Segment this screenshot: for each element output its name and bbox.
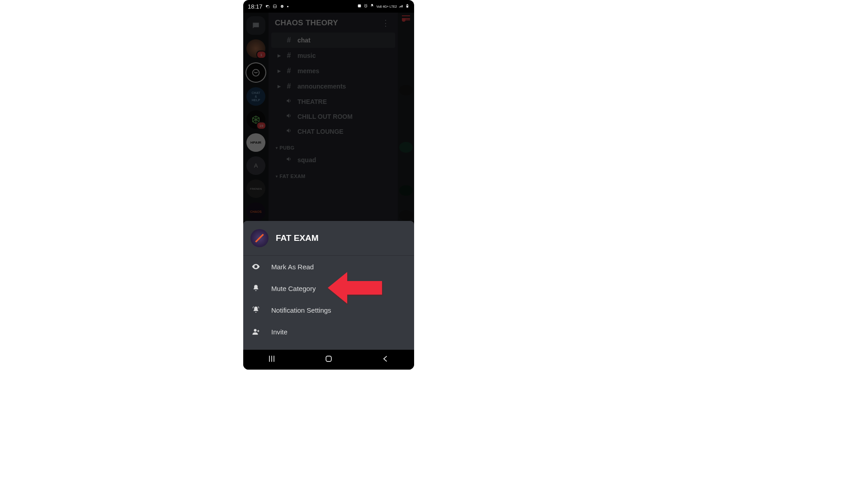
channel-label: chat bbox=[297, 37, 311, 44]
server-avatar-8[interactable]: CHAOS bbox=[246, 202, 265, 221]
server-rail: 1 CHAT&HELP 19 HPAIR A FRIENDS CHAOS bbox=[243, 13, 269, 221]
server-avatar-6[interactable]: A bbox=[246, 156, 265, 175]
channel-label: THEATRE bbox=[297, 98, 327, 105]
category-action-sheet: FAT EXAM Mark As Read Mute Category Noti… bbox=[243, 221, 414, 350]
signal-icon bbox=[399, 4, 403, 9]
svg-rect-9 bbox=[407, 6, 408, 7]
server-label: A bbox=[254, 162, 258, 169]
server-label: CHAOS bbox=[250, 210, 261, 213]
chevron-down-icon: ▾ bbox=[276, 174, 278, 178]
invite-item[interactable]: Invite bbox=[243, 321, 414, 343]
eye-icon bbox=[251, 262, 260, 271]
speaker-icon bbox=[286, 98, 292, 105]
chevron-down-icon: ▾ bbox=[276, 146, 278, 150]
channel-music[interactable]: ▶ # music bbox=[271, 48, 395, 63]
bell-icon bbox=[251, 284, 260, 293]
channel-chat[interactable]: # chat bbox=[271, 33, 395, 48]
channel-theatre[interactable]: THEATRE bbox=[271, 94, 395, 109]
member-avatar[interactable] bbox=[399, 142, 413, 153]
alarm-icon bbox=[363, 4, 368, 9]
server-avatar-3[interactable]: CHAT&HELP bbox=[246, 87, 265, 106]
speaker-icon bbox=[286, 156, 292, 164]
mark-as-read-item[interactable]: Mark As Read bbox=[243, 256, 414, 277]
server-badge: 1 bbox=[256, 51, 266, 59]
status-bar: 18:17 Vo8 4G+ LTE2 bbox=[243, 0, 414, 13]
category-label: FAT EXAM bbox=[279, 174, 305, 179]
channel-label: CHAT LOUNGE bbox=[297, 128, 344, 135]
channel-lounge[interactable]: CHAT LOUNGE bbox=[271, 124, 395, 139]
circle-icon bbox=[280, 4, 284, 9]
sheet-title: FAT EXAM bbox=[276, 233, 319, 243]
server-avatar-1[interactable]: 1 bbox=[246, 39, 265, 58]
server-label: HPAIR bbox=[250, 141, 261, 145]
messages-icon bbox=[265, 4, 270, 9]
channel-label: memes bbox=[297, 67, 319, 75]
notification-settings-item[interactable]: Notification Settings bbox=[243, 299, 414, 321]
channel-announcements[interactable]: ▶ # announcements bbox=[271, 79, 395, 94]
channel-label: announcements bbox=[297, 83, 346, 90]
hashtag-icon: # bbox=[286, 67, 292, 75]
image-icon bbox=[273, 4, 277, 9]
mute-category-item[interactable]: Mute Category bbox=[243, 277, 414, 299]
status-dot bbox=[287, 6, 288, 7]
dm-button[interactable] bbox=[246, 16, 265, 35]
members-toggle[interactable] bbox=[402, 15, 410, 20]
svg-rect-4 bbox=[281, 6, 283, 7]
category-fat-exam[interactable]: ▾ FAT EXAM bbox=[271, 167, 395, 181]
channel-label: squad bbox=[297, 156, 316, 164]
channel-chill[interactable]: CHILL OUT ROOM bbox=[271, 109, 395, 124]
sheet-item-label: Notification Settings bbox=[271, 306, 331, 314]
member-avatar[interactable] bbox=[399, 185, 413, 196]
svg-rect-5 bbox=[358, 5, 361, 8]
category-label: PUBG bbox=[279, 145, 294, 150]
mute-icon bbox=[370, 4, 374, 9]
sheet-item-label: Mute Category bbox=[271, 285, 316, 292]
channel-list[interactable]: CHAOS THEORY ⋮ # chat ▶ # music ▶ # meme… bbox=[269, 13, 398, 221]
svg-rect-2 bbox=[273, 5, 276, 8]
server-avatar-2[interactable] bbox=[245, 62, 266, 83]
bell-alert-icon bbox=[251, 305, 260, 314]
sheet-item-label: Invite bbox=[271, 328, 288, 336]
server-avatar-7[interactable]: FRIENDS bbox=[246, 179, 265, 198]
server-avatar-5[interactable]: HPAIR bbox=[246, 133, 265, 152]
members-rail bbox=[398, 13, 414, 221]
hashtag-icon: # bbox=[286, 52, 292, 60]
svg-rect-8 bbox=[407, 5, 408, 5]
sheet-header: FAT EXAM bbox=[243, 221, 414, 256]
hashtag-icon: # bbox=[286, 36, 292, 44]
server-label: FRIENDS bbox=[250, 188, 262, 190]
speaker-icon bbox=[286, 113, 292, 120]
android-nav-bar bbox=[243, 350, 414, 370]
member-avatar[interactable] bbox=[399, 85, 413, 96]
battery-icon bbox=[405, 4, 410, 9]
channel-squad[interactable]: squad bbox=[271, 152, 395, 167]
recents-button[interactable] bbox=[267, 354, 276, 365]
svg-rect-13 bbox=[326, 356, 331, 361]
network-label: Vo8 4G+ LTE2 bbox=[376, 5, 397, 8]
home-button[interactable] bbox=[324, 354, 333, 365]
server-menu-button[interactable]: ⋮ bbox=[380, 18, 392, 28]
person-add-icon bbox=[251, 327, 260, 336]
category-pubg[interactable]: ▾ PUBG bbox=[271, 139, 395, 152]
hashtag-icon: # bbox=[286, 82, 292, 90]
svg-point-12 bbox=[254, 329, 257, 332]
server-icon bbox=[250, 229, 269, 247]
server-title: CHAOS THEORY bbox=[275, 19, 338, 28]
server-badge-2: 19 bbox=[256, 122, 266, 130]
svg-rect-1 bbox=[267, 6, 269, 8]
channel-label: music bbox=[297, 52, 316, 59]
dnd-icon bbox=[357, 4, 362, 9]
sheet-item-label: Mark As Read bbox=[271, 263, 314, 271]
svg-point-11 bbox=[255, 266, 256, 267]
speaker-icon bbox=[286, 127, 292, 135]
status-clock: 18:17 bbox=[248, 3, 263, 10]
back-button[interactable] bbox=[381, 354, 390, 365]
phone-frame: 18:17 Vo8 4G+ LTE2 bbox=[243, 0, 414, 370]
discord-background: 1 CHAT&HELP 19 HPAIR A FRIENDS CHAOS bbox=[243, 13, 414, 221]
member-avatar[interactable] bbox=[399, 210, 413, 221]
channel-memes[interactable]: ▶ # memes bbox=[271, 63, 395, 79]
server-avatar-4[interactable]: 19 bbox=[246, 110, 265, 129]
channel-label: CHILL OUT ROOM bbox=[297, 113, 353, 120]
